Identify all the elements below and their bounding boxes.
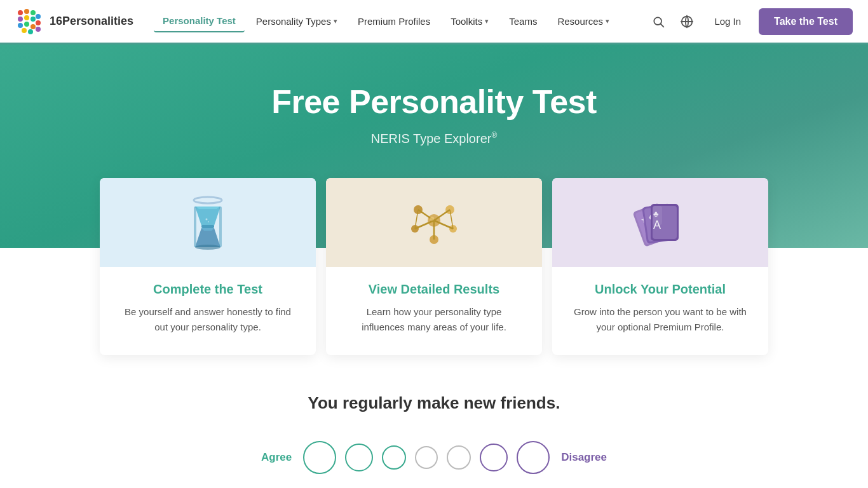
- resources-chevron: ▾: [606, 17, 609, 25]
- site-name: 16Personalities: [50, 15, 133, 28]
- svg-rect-52: [653, 206, 662, 225]
- logo-link[interactable]: 16Personalities: [15, 8, 133, 36]
- personality-types-chevron: ▾: [334, 17, 337, 25]
- nav-toolkits[interactable]: Toolkits ▾: [442, 11, 498, 32]
- navbar: 16Personalities Personality Test Persona…: [0, 0, 868, 44]
- search-icon: [652, 15, 665, 28]
- nav-resources[interactable]: Resources ▾: [548, 11, 618, 32]
- cards-3d-icon: ★ ♦ ♣ A: [632, 194, 689, 251]
- card-results-title: View Detailed Results: [344, 282, 524, 297]
- svg-point-0: [18, 10, 23, 15]
- card-complete-image: [100, 178, 316, 267]
- nav-premium-profiles[interactable]: Premium Profiles: [349, 11, 439, 32]
- card-complete-test: Complete the Test Be yourself and answer…: [100, 178, 316, 355]
- nav-teams[interactable]: Teams: [500, 11, 546, 32]
- likert-option-2[interactable]: [345, 444, 373, 471]
- login-button[interactable]: Log In: [707, 11, 749, 32]
- svg-rect-20: [201, 225, 214, 228]
- svg-marker-18: [195, 207, 220, 226]
- card-view-results: View Detailed Results Learn how your per…: [326, 178, 542, 355]
- card-unlock-desc: Grow into the person you want to be with…: [570, 304, 750, 335]
- svg-rect-27: [219, 207, 222, 247]
- likert-option-3[interactable]: [382, 445, 406, 470]
- nav-links: Personality Test Personality Types ▾ Pre…: [154, 10, 649, 32]
- svg-marker-19: [196, 207, 219, 209]
- likert-option-5[interactable]: [447, 445, 471, 470]
- search-button[interactable]: [649, 13, 667, 30]
- svg-point-13: [28, 29, 33, 34]
- nav-personality-types[interactable]: Personality Types ▾: [247, 11, 346, 32]
- card-unlock: ★ ♦ ♣ A Unlock Your Potential Grow into …: [552, 178, 768, 355]
- svg-point-12: [22, 28, 27, 33]
- question-text: You regularly make new friends.: [15, 393, 853, 413]
- card-unlock-title: Unlock Your Potential: [570, 282, 750, 297]
- svg-point-8: [18, 23, 23, 28]
- logo-icon: [15, 8, 43, 36]
- svg-point-3: [36, 14, 41, 19]
- svg-point-7: [36, 20, 41, 25]
- hero-subtitle: NERIS Type Explorer®: [15, 131, 853, 146]
- svg-point-11: [36, 27, 41, 32]
- svg-point-17: [194, 197, 222, 203]
- hourglass-3d-icon: [182, 194, 233, 251]
- svg-point-41: [430, 217, 434, 220]
- card-complete-body: Complete the Test Be yourself and answer…: [100, 267, 316, 355]
- svg-point-2: [31, 10, 36, 15]
- hero-title: Free Personality Test: [15, 83, 853, 121]
- nav-personality-test[interactable]: Personality Test: [154, 10, 245, 32]
- question-section: You regularly make new friends. Agree Di…: [0, 355, 868, 488]
- toolkits-chevron: ▾: [485, 17, 489, 25]
- svg-point-4: [18, 17, 23, 22]
- card-results-image: [326, 178, 542, 267]
- svg-marker-21: [195, 228, 220, 247]
- likert-option-1[interactable]: [303, 441, 336, 474]
- svg-point-10: [31, 24, 36, 29]
- card-unlock-image: ★ ♦ ♣ A: [552, 178, 768, 267]
- feature-cards: Complete the Test Be yourself and answer…: [85, 178, 783, 355]
- card-complete-desc: Be yourself and answer honestly to find …: [118, 304, 298, 335]
- card-unlock-body: Unlock Your Potential Grow into the pers…: [552, 267, 768, 355]
- take-test-button[interactable]: Take the Test: [759, 8, 853, 35]
- language-button[interactable]: [677, 12, 696, 31]
- likert-option-7[interactable]: [517, 441, 550, 474]
- likert-option-4[interactable]: [415, 446, 438, 469]
- globe-icon: [680, 15, 694, 29]
- svg-line-15: [661, 24, 664, 27]
- nav-right: Log In Take the Test: [649, 8, 853, 35]
- disagree-label: Disagree: [561, 451, 607, 464]
- svg-point-24: [208, 221, 209, 222]
- svg-rect-26: [194, 207, 196, 247]
- card-results-body: View Detailed Results Learn how your per…: [326, 267, 542, 355]
- svg-point-9: [24, 22, 29, 27]
- svg-point-1: [24, 9, 29, 14]
- agree-label: Agree: [261, 451, 292, 464]
- likert-option-6[interactable]: [480, 444, 508, 471]
- svg-point-5: [24, 15, 29, 20]
- svg-point-25: [195, 245, 220, 250]
- likert-circles: [303, 441, 550, 474]
- card-results-desc: Learn how your personality type influenc…: [344, 304, 524, 335]
- card-complete-title: Complete the Test: [118, 282, 298, 297]
- likert-scale: Agree Disagree: [15, 441, 853, 474]
- svg-point-23: [206, 218, 208, 220]
- molecule-3d-icon: [405, 194, 463, 251]
- svg-point-6: [31, 17, 36, 22]
